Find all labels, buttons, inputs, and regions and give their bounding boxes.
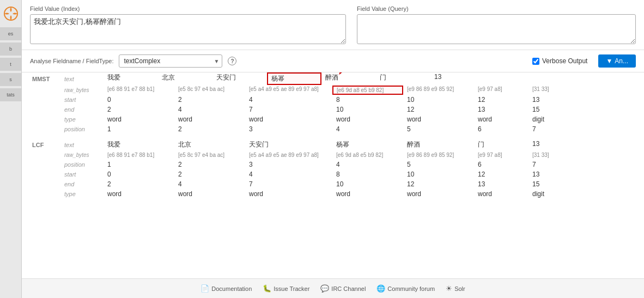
mmst-end-cell-1: 4 — [174, 105, 245, 114]
lcf-type-row: type word word word word word word digit — [30, 189, 636, 199]
query-field-textarea[interactable] — [357, 14, 636, 44]
lcf-rawbytes-cell-2: [e5 a4 a9 e5 ae 89 e9 97 a8] — [245, 151, 332, 159]
mmst-group-label: MMST — [30, 76, 60, 82]
lcf-start-cell-4: 10 — [403, 170, 474, 179]
lcf-end-row: end 2 4 7 10 12 13 15 — [30, 179, 636, 189]
lcf-position-cell-3: 4 — [332, 160, 403, 169]
sidebar-item-t[interactable]: t — [0, 58, 21, 71]
index-field-textarea[interactable]: 我爱北京天安门,杨幂醉酒门 — [30, 14, 346, 44]
lcf-position-cell-0: 1 — [104, 160, 174, 169]
mmst-type-cell-6: digit — [528, 115, 583, 124]
top-area: Field Value (Index) 我爱北京天安门,杨幂醉酒门 Field … — [22, 0, 644, 50]
index-field-label: Field Value (Index) — [30, 5, 346, 12]
lcf-end-cell-4: 12 — [403, 180, 474, 188]
community-icon: 🌐 — [376, 284, 385, 293]
lcf-start-cell-3: 8 — [332, 170, 403, 179]
mmst-position-cell-4: 5 — [403, 125, 474, 133]
mmst-position-cell-5: 6 — [474, 125, 528, 133]
sidebar-item-tats[interactable]: tats — [0, 88, 21, 101]
lcf-end-cell-1: 4 — [174, 180, 245, 188]
mmst-text-cells: 我爱 北京 天安门 杨幂 醉酒 门 13 — [104, 72, 636, 85]
lcf-text-label: text — [60, 142, 104, 148]
mmst-position-label: position — [60, 126, 104, 132]
lcf-text-cell-6: 13 — [528, 139, 583, 150]
lcf-end-cell-6: 15 — [528, 180, 583, 188]
mmst-rawbytes-cell-4: [e9 86 89 e9 85 92] — [403, 86, 474, 95]
footer-irc-channel[interactable]: 💬 IRC Channel — [320, 284, 366, 293]
footer-documentation[interactable]: 📄 Documentation — [201, 284, 252, 293]
query-field-section: Field Value (Query) — [357, 5, 636, 44]
token-groups: MMST text 我爱 北京 天安门 杨幂 醉酒 门 13 — [30, 72, 636, 199]
sidebar-item-s[interactable]: s — [0, 73, 21, 86]
solr-label: Solr — [454, 285, 465, 292]
mmst-rawbytes-cell-6: [31 33] — [528, 86, 583, 95]
mmst-type-cell-0: word — [104, 115, 174, 124]
footer-community-forum[interactable]: 🌐 Community forum — [376, 284, 435, 293]
verbose-checkbox[interactable] — [532, 58, 539, 65]
lcf-end-cell-5: 13 — [474, 180, 528, 188]
lcf-position-cell-1: 2 — [174, 160, 245, 169]
mmst-type-cell-3: word — [332, 115, 403, 124]
mmst-rawbytes-cell-1: [e5 8c 97 e4 ba ac] — [174, 86, 245, 95]
lcf-text-cell-0: 我爱 — [104, 139, 174, 150]
lcf-type-cell-6: digit — [528, 190, 583, 198]
lcf-type-cell-4: word — [403, 190, 474, 198]
mmst-text-cell-2: 天安门 — [212, 72, 267, 85]
mmst-position-cell-2: 3 — [245, 125, 332, 133]
app-container: es b t s tats Field Value (Index) 我爱北京天安… — [0, 0, 644, 298]
mmst-text-cell-6: 13 — [430, 72, 485, 85]
lcf-start-cell-2: 4 — [245, 170, 332, 179]
mmst-end-cell-0: 2 — [104, 105, 174, 114]
mmst-rawbytes-cell-0: [e6 88 91 e7 88 b1] — [104, 86, 174, 95]
mmst-text-row: MMST text 我爱 北京 天安门 杨幂 醉酒 门 13 — [30, 72, 636, 85]
index-field-section: Field Value (Index) 我爱北京天安门,杨幂醉酒门 — [30, 5, 346, 44]
mmst-end-cell-3: 10 — [332, 105, 403, 114]
mmst-type-label: type — [60, 116, 104, 123]
lcf-type-cell-3: word — [332, 190, 403, 198]
mmst-start-row: start 0 2 4 8 10 12 13 — [30, 95, 636, 105]
analyse-button[interactable]: ▼ An... — [598, 54, 636, 68]
mmst-rawbytes-cell-2: [e5 a4 a9 e5 ae 89 e9 97 a8] — [245, 86, 332, 95]
fieldtype-select-wrapper: textComplex ▼ — [119, 54, 222, 68]
lcf-section: LCF text 我爱 北京 天安门 杨幂 醉酒 门 13 — [30, 139, 636, 199]
lcf-start-label: start — [60, 171, 104, 178]
lcf-rawbytes-cell-4: [e9 86 89 e9 85 92] — [403, 151, 474, 159]
app-logo[interactable] — [3, 5, 19, 22]
issue-tracker-label: Issue Tracker — [274, 285, 309, 292]
lcf-rawbytes-cell-5: [e9 97 a8] — [474, 151, 528, 159]
results-area[interactable]: MMST text 我爱 北京 天安门 杨幂 醉酒 门 13 — [22, 72, 644, 278]
lcf-end-cell-2: 7 — [245, 180, 332, 188]
lcf-type-cells: word word word word word word digit — [104, 190, 636, 198]
mmst-end-cell-4: 12 — [403, 105, 474, 114]
mmst-position-cell-3: 4 — [332, 125, 403, 133]
sidebar-item-b[interactable]: b — [0, 42, 21, 56]
mmst-start-cell-5: 12 — [474, 95, 528, 104]
mmst-type-cell-5: word — [474, 115, 528, 124]
community-label: Community forum — [387, 285, 435, 292]
mmst-text-label: text — [60, 76, 104, 82]
mmst-type-cells: word word word word word word digit — [104, 115, 636, 124]
lcf-start-cell-0: 0 — [104, 170, 174, 179]
lcf-type-cell-5: word — [474, 190, 528, 198]
mmst-position-cell-6: 7 — [528, 125, 583, 133]
footer-issue-tracker[interactable]: 🐛 Issue Tracker — [263, 284, 309, 293]
lcf-rawbytes-cell-3: [e6 9d a8 e5 b9 82] — [332, 151, 403, 159]
verbose-label: Verbose Output — [542, 57, 587, 65]
mmst-type-row: type word word word word word word digit — [30, 114, 636, 124]
sidebar-item-es[interactable]: es — [0, 27, 21, 40]
mmst-end-cell-5: 13 — [474, 105, 528, 114]
mmst-position-row: position 1 2 3 4 5 6 7 — [30, 124, 636, 134]
lcf-text-cell-3: 杨幂 — [332, 139, 403, 150]
mmst-start-cell-2: 4 — [245, 95, 332, 104]
footer-solr[interactable]: ☀ Solr — [446, 284, 465, 293]
mmst-type-cell-1: word — [174, 115, 245, 124]
lcf-type-cell-0: word — [104, 190, 174, 198]
lcf-rawbytes-cell-0: [e6 88 91 e7 88 b1] — [104, 151, 174, 159]
help-icon[interactable]: ? — [228, 57, 236, 65]
lcf-start-row: start 0 2 4 8 10 12 13 — [30, 169, 636, 179]
filter-icon: ▼ — [606, 57, 612, 65]
fieldtype-select[interactable]: textComplex — [119, 54, 222, 68]
lcf-position-cells: 1 2 3 4 5 6 7 — [104, 160, 636, 169]
mmst-start-cell-0: 0 — [104, 95, 174, 104]
lcf-type-label: type — [60, 191, 104, 197]
